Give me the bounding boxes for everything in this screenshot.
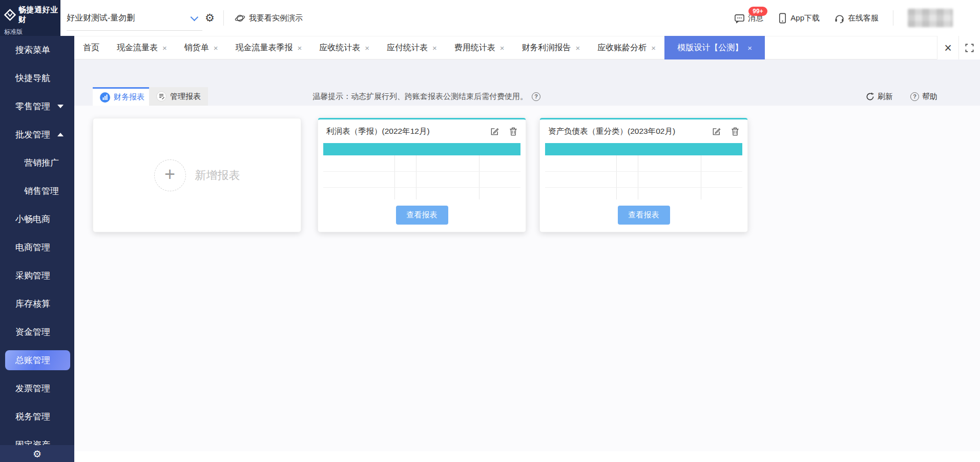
grid-line — [416, 155, 416, 199]
brand-logo: 畅捷通好业财 标准版 — [0, 0, 60, 36]
sidebar-item-search-menu[interactable]: 搜索菜单 — [0, 36, 74, 64]
tab-financial-reports[interactable]: 财务报表 — [93, 87, 152, 106]
settings-gear-button[interactable] — [205, 0, 215, 36]
sidebar-item-sales-mgmt[interactable]: 销售管理 — [0, 177, 74, 205]
brand-edition: 标准版 — [4, 28, 60, 36]
close-tab-button[interactable] — [937, 36, 958, 59]
account-selector[interactable]: 好业财测试-量勿删 — [67, 6, 202, 31]
close-icon[interactable] — [651, 44, 656, 52]
brand-title: 畅捷通好业财 — [18, 5, 60, 25]
user-account[interactable] — [908, 9, 953, 27]
plus-icon — [154, 159, 186, 191]
sidebar-item-retail-mgmt[interactable]: 零售管理 — [0, 92, 74, 120]
messages-button[interactable]: 99+ 消息 — [734, 13, 763, 24]
app-download-button[interactable]: App下载 — [778, 13, 820, 24]
trash-icon[interactable] — [509, 127, 517, 136]
tab-management-reports[interactable]: 管理报表 — [149, 87, 208, 106]
fullscreen-button[interactable] — [958, 36, 980, 59]
bottom-scroll-strip — [74, 451, 980, 462]
sidebar-item-marketing-promo[interactable]: 营销推广 — [0, 149, 74, 177]
close-icon[interactable] — [162, 44, 167, 52]
close-icon[interactable] — [365, 44, 369, 52]
sidebar-menu: 搜索菜单 快捷导航 零售管理 批发管理 营销推广 销售管理 小畅电商 电商管理 … — [0, 36, 74, 462]
brand-logo-icon — [4, 8, 16, 22]
grid-line — [545, 187, 742, 188]
close-icon[interactable] — [432, 44, 437, 52]
tab-sales-order[interactable]: 销货单 — [176, 36, 227, 59]
chevron-down-icon — [191, 13, 199, 22]
close-icon[interactable] — [747, 44, 752, 52]
notice-bar: 温馨提示：动态扩展行列、跨账套报表公测结束后需付费使用。 — [312, 87, 540, 106]
message-count-badge: 99+ — [748, 7, 767, 16]
account-name: 好业财测试-量勿删 — [67, 13, 135, 24]
top-header: 好业财测试-量勿删 我要看实例演示 99+ 消息 — [60, 0, 980, 36]
table-header-bar — [545, 143, 742, 155]
refresh-button[interactable]: 刷新 — [866, 92, 893, 102]
sidebar-item-funds-mgmt[interactable]: 资金管理 — [0, 318, 74, 346]
tab-receivable-stats[interactable]: 应收统计表 — [310, 36, 378, 59]
header-right-group: 99+ 消息 App下载 — [734, 0, 953, 36]
report-card-balance-sheet: 资产负债表（重分类）(2023年02月) — [539, 118, 748, 232]
notice-text: 温馨提示：动态扩展行列、跨账套报表公测结束后需付费使用。 — [312, 92, 528, 102]
table-header-bar — [323, 143, 520, 155]
tab-cash-flow-quarterly[interactable]: 现金流量表季报 — [227, 36, 311, 59]
sidebar-item-wholesale-mgmt[interactable]: 批发管理 — [0, 120, 74, 149]
grid-line — [394, 155, 395, 199]
tab-bar: 首页 现金流量表 销货单 现金流量表季报 应收统计表 应付统计表 费用统计表 财… — [74, 36, 980, 59]
close-icon[interactable] — [214, 44, 218, 52]
report-card-profit: 利润表（季报）(2022年12月) — [318, 118, 526, 232]
grid-line — [479, 155, 479, 199]
sidebar-settings-bar[interactable] — [0, 445, 74, 462]
grid-line — [638, 155, 638, 199]
app-window: 搜索菜单 快捷导航 零售管理 批发管理 营销推广 销售管理 小畅电商 电商管理 … — [0, 0, 980, 462]
question-circle-icon[interactable] — [532, 92, 540, 101]
demo-link[interactable]: 我要看实例演示 — [235, 0, 303, 36]
sidebar-item-general-ledger[interactable]: 总账管理 — [5, 350, 70, 370]
edit-icon[interactable] — [712, 127, 721, 136]
close-icon[interactable] — [500, 44, 505, 52]
content-tab-strip: 财务报表 管理报表 温馨提示：动态扩展行列、跨账套报表公测结束后需付费使用。 — [74, 87, 980, 106]
tab-expense-stats[interactable]: 费用统计表 — [446, 36, 513, 59]
headset-icon — [834, 13, 845, 24]
new-report-card[interactable]: 新增报表 — [93, 118, 301, 232]
tab-payable-stats[interactable]: 应付统计表 — [378, 36, 446, 59]
tab-financial-profit-report[interactable]: 财务利润报告 — [513, 36, 589, 59]
divider — [223, 10, 224, 26]
mini-table-preview — [323, 155, 520, 199]
view-report-button[interactable]: 查看报表 — [396, 206, 448, 225]
close-icon[interactable] — [576, 44, 580, 52]
sidebar-item-xiaochang-ecommerce[interactable]: 小畅电商 — [0, 205, 74, 233]
sidebar-item-purchase-mgmt[interactable]: 采购管理 — [0, 262, 74, 290]
sidebar: 搜索菜单 快捷导航 零售管理 批发管理 营销推广 销售管理 小畅电商 电商管理 … — [0, 36, 74, 462]
chevron-up-icon — [57, 133, 64, 136]
message-icon — [734, 13, 745, 24]
online-support-button[interactable]: 在线客服 — [834, 13, 879, 24]
grid-line — [323, 171, 520, 172]
fullscreen-icon — [965, 44, 974, 52]
tab-receivable-aging[interactable]: 应收账龄分析 — [589, 36, 664, 59]
management-reports-icon — [156, 91, 166, 102]
grid-line — [701, 155, 701, 199]
grid-line — [616, 155, 617, 199]
close-icon[interactable] — [298, 44, 302, 52]
trash-icon[interactable] — [731, 127, 739, 136]
gear-icon — [33, 448, 41, 459]
sidebar-item-quick-nav[interactable]: 快捷导航 — [0, 64, 74, 92]
report-card-title: 资产负债表（重分类）(2023年02月) — [548, 126, 675, 137]
help-button[interactable]: 帮助 — [910, 92, 937, 102]
financial-reports-icon — [100, 92, 110, 103]
gear-icon — [205, 12, 215, 24]
content-toolbar: 刷新 帮助 — [866, 87, 937, 106]
tab-home[interactable]: 首页 — [74, 36, 108, 59]
view-report-button[interactable]: 查看报表 — [618, 206, 670, 225]
chevron-down-icon — [57, 105, 64, 108]
sidebar-item-invoice-mgmt[interactable]: 发票管理 — [0, 374, 74, 403]
tab-cash-flow[interactable]: 现金流量表 — [108, 36, 176, 59]
edit-icon[interactable] — [490, 127, 499, 136]
tab-template-design[interactable]: 模版设计【公测】 — [664, 36, 765, 59]
sidebar-item-ecommerce-mgmt[interactable]: 电商管理 — [0, 233, 74, 262]
divider — [893, 10, 893, 26]
sidebar-item-inventory-accounting[interactable]: 库存核算 — [0, 290, 74, 318]
content-area: 新增报表 利润表（季报）(2022年12月) — [74, 59, 980, 462]
sidebar-item-tax-mgmt[interactable]: 税务管理 — [0, 403, 74, 431]
